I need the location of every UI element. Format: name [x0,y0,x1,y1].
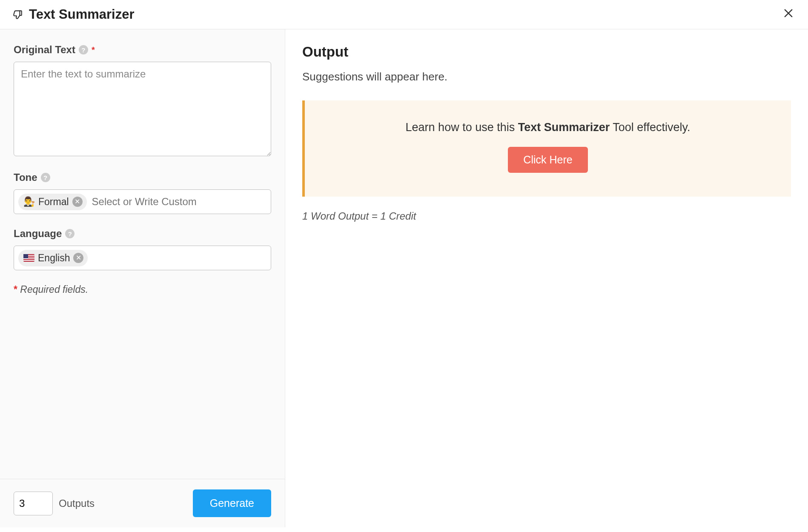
original-text-input[interactable] [14,62,271,156]
help-icon[interactable]: ? [41,173,50,182]
outputs-label: Outputs [59,498,95,509]
info-banner: Learn how to use this Text Summarizer To… [302,100,791,197]
credit-note: 1 Word Output = 1 Credit [302,210,791,222]
page-title: Text Summarizer [29,7,135,22]
tone-label-row: Tone ? [14,172,271,183]
language-group: Language ? English ✕ [14,228,271,270]
tone-group: Tone ? 👨‍⚖️ Formal ✕ [14,172,271,214]
info-text-prefix: Learn how to use this [406,121,518,134]
tone-input[interactable]: 👨‍⚖️ Formal ✕ [14,189,271,214]
info-banner-text: Learn how to use this Text Summarizer To… [318,121,778,134]
original-text-label-row: Original Text ? * [14,44,271,56]
tone-text-input[interactable] [92,196,266,208]
required-fields-note: * Required fields. [14,284,271,295]
tone-chip-label: Formal [38,196,69,208]
tone-chip: 👨‍⚖️ Formal ✕ [18,194,87,210]
language-label: Language [14,228,62,240]
original-text-group: Original Text ? * [14,44,271,158]
required-fields-text: Required fields. [20,284,88,295]
us-flag-icon [23,254,34,262]
help-icon[interactable]: ? [65,229,74,238]
language-label-row: Language ? [14,228,271,240]
language-chip: English ✕ [18,250,88,266]
thumbs-down-icon [12,9,23,20]
left-panel: Original Text ? * Tone ? 👨‍⚖️ Formal ✕ [0,29,285,527]
info-text-suffix: Tool effectively. [610,121,690,134]
close-icon [782,7,794,23]
main-content: Original Text ? * Tone ? 👨‍⚖️ Formal ✕ [0,29,808,527]
outputs-count-input[interactable] [14,492,53,515]
tone-label: Tone [14,172,37,183]
header: Text Summarizer [0,0,808,29]
right-panel: Output Suggestions will appear here. Lea… [285,29,808,527]
close-button[interactable] [781,7,796,22]
click-here-button[interactable]: Click Here [508,147,587,173]
output-title: Output [302,44,791,60]
help-icon[interactable]: ? [79,45,88,54]
remove-icon: ✕ [74,198,80,205]
formal-emoji-icon: 👨‍⚖️ [23,196,35,207]
tone-chip-remove-button[interactable]: ✕ [72,197,83,207]
suggestions-placeholder: Suggestions will appear here. [302,70,791,83]
required-star-icon: * [14,284,17,295]
remove-icon: ✕ [76,255,81,261]
header-left: Text Summarizer [12,7,135,22]
required-star-icon: * [92,45,95,55]
bottom-bar: Outputs Generate [0,479,285,527]
original-text-label: Original Text [14,44,75,56]
info-text-strong: Text Summarizer [518,121,610,134]
language-chip-label: English [38,252,70,264]
generate-button[interactable]: Generate [193,489,271,517]
outputs-group: Outputs [14,492,95,515]
language-input[interactable]: English ✕ [14,246,271,270]
language-chip-remove-button[interactable]: ✕ [73,253,83,263]
